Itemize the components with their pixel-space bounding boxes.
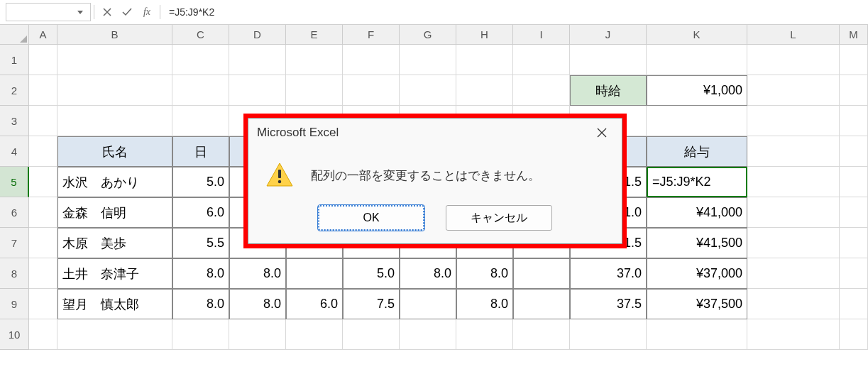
cell[interactable]	[513, 258, 570, 289]
cell[interactable]	[29, 197, 57, 228]
cell[interactable]: 5.0	[172, 167, 229, 197]
row-header[interactable]: 1	[0, 45, 29, 75]
cell[interactable]	[747, 136, 840, 167]
cell[interactable]	[229, 45, 286, 75]
cell[interactable]	[513, 45, 570, 75]
cell[interactable]	[29, 167, 57, 197]
name-box[interactable]	[6, 3, 91, 21]
formula-input[interactable]: =J5:J9*K2	[163, 6, 868, 18]
cell[interactable]	[513, 319, 570, 350]
cell[interactable]	[57, 45, 172, 75]
cell[interactable]	[29, 106, 57, 136]
cell[interactable]	[29, 136, 57, 167]
column-header[interactable]: K	[647, 25, 747, 44]
cell[interactable]	[513, 289, 570, 319]
cell[interactable]: ¥37,000	[647, 258, 747, 289]
cell[interactable]	[647, 319, 747, 350]
row-header[interactable]: 4	[0, 136, 29, 167]
cell[interactable]	[229, 75, 286, 106]
row-header[interactable]: 10	[0, 319, 29, 350]
column-header[interactable]: J	[570, 25, 647, 44]
cell[interactable]: 37.0	[570, 258, 647, 289]
cell[interactable]: 37.5	[570, 289, 647, 319]
ok-button[interactable]: OK	[318, 205, 424, 231]
cell[interactable]	[172, 75, 229, 106]
cell[interactable]	[840, 289, 868, 319]
cell[interactable]: =J5:J9*K2	[647, 167, 747, 197]
cell[interactable]	[29, 289, 57, 319]
cell[interactable]	[286, 258, 343, 289]
cell[interactable]: ¥37,500	[647, 289, 747, 319]
cell[interactable]	[29, 228, 57, 258]
row-header[interactable]: 6	[0, 197, 29, 228]
cell[interactable]: 8.0	[456, 289, 513, 319]
cell[interactable]	[456, 319, 513, 350]
cell[interactable]	[343, 45, 400, 75]
cell[interactable]	[29, 319, 57, 350]
cell[interactable]	[840, 319, 868, 350]
cell[interactable]: 8.0	[229, 289, 286, 319]
cell[interactable]	[172, 106, 229, 136]
cell[interactable]	[747, 258, 840, 289]
cell[interactable]	[747, 289, 840, 319]
cell[interactable]: ¥41,500	[647, 228, 747, 258]
cell[interactable]	[840, 136, 868, 167]
column-header[interactable]: M	[840, 25, 868, 44]
row-header[interactable]: 8	[0, 258, 29, 289]
cell[interactable]	[747, 167, 840, 197]
cell[interactable]	[456, 45, 513, 75]
confirm-formula-icon[interactable]	[117, 8, 137, 16]
cell[interactable]	[29, 258, 57, 289]
cell[interactable]: 5.0	[343, 258, 400, 289]
cell[interactable]	[29, 75, 57, 106]
cell[interactable]: 6.0	[172, 197, 229, 228]
cell[interactable]	[400, 45, 456, 75]
cell[interactable]: 8.0	[229, 258, 286, 289]
cell[interactable]	[29, 45, 57, 75]
cell[interactable]	[229, 319, 286, 350]
cell[interactable]: 5.5	[172, 228, 229, 258]
cell[interactable]	[840, 258, 868, 289]
cell[interactable]	[570, 45, 647, 75]
cell[interactable]	[456, 75, 513, 106]
row-header[interactable]: 9	[0, 289, 29, 319]
fx-icon[interactable]: fx	[137, 6, 157, 18]
cell[interactable]: ¥1,000	[647, 75, 747, 106]
cell[interactable]	[747, 75, 840, 106]
cell[interactable]	[343, 75, 400, 106]
cell[interactable]: ¥41,000	[647, 197, 747, 228]
close-icon[interactable]	[590, 121, 613, 144]
cell[interactable]	[343, 319, 400, 350]
column-header[interactable]: B	[57, 25, 172, 44]
cell[interactable]: 6.0	[286, 289, 343, 319]
cell[interactable]	[840, 197, 868, 228]
cell[interactable]: 時給	[570, 75, 647, 106]
column-header[interactable]: C	[172, 25, 229, 44]
cell[interactable]	[400, 319, 456, 350]
cell[interactable]	[286, 75, 343, 106]
cell[interactable]: 日	[172, 136, 229, 167]
cell[interactable]: 木原 美歩	[57, 228, 172, 258]
cell[interactable]: 8.0	[172, 289, 229, 319]
column-header[interactable]: F	[343, 25, 400, 44]
cell[interactable]: 土井 奈津子	[57, 258, 172, 289]
cell[interactable]	[747, 106, 840, 136]
cell[interactable]	[57, 106, 172, 136]
cell[interactable]	[172, 45, 229, 75]
cell[interactable]	[840, 106, 868, 136]
cell[interactable]	[840, 45, 868, 75]
cell[interactable]	[400, 289, 456, 319]
row-header[interactable]: 3	[0, 106, 29, 136]
row-header[interactable]: 7	[0, 228, 29, 258]
cell[interactable]	[57, 319, 172, 350]
cell[interactable]	[570, 319, 647, 350]
cell[interactable]: 水沢 あかり	[57, 167, 172, 197]
cell[interactable]: 7.5	[343, 289, 400, 319]
cell[interactable]	[57, 75, 172, 106]
cancel-button[interactable]: キャンセル	[446, 205, 552, 231]
chevron-down-icon[interactable]	[75, 11, 86, 14]
cell[interactable]	[513, 75, 570, 106]
cell[interactable]	[400, 75, 456, 106]
row-header[interactable]: 2	[0, 75, 29, 106]
cell[interactable]	[840, 228, 868, 258]
